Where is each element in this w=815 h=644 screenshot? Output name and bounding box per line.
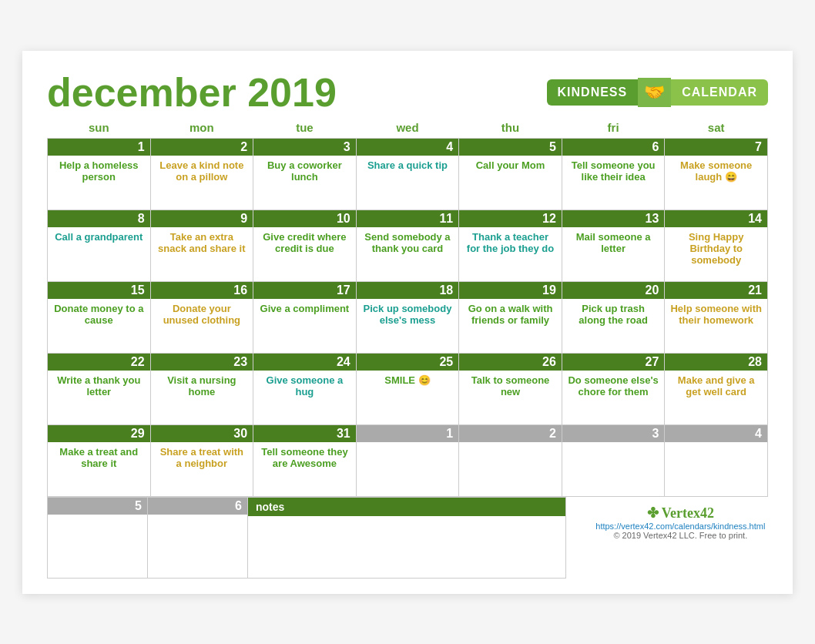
day-cell-0-1: 2Leave a kind note on a pillow bbox=[150, 138, 253, 210]
day-cell-2-6: 21Help someone with their homework bbox=[665, 281, 768, 353]
day-content-4-0: Make a treat and share it bbox=[48, 442, 150, 496]
day-cell-4-6: 4 bbox=[665, 424, 768, 496]
day-header-13: 13 bbox=[562, 210, 665, 227]
day-cell-2-0: 15Donate money to a cause bbox=[48, 281, 151, 353]
day-header-2: 2 bbox=[151, 139, 253, 156]
day-cell-1-3: 11Send somebody a thank you card bbox=[356, 210, 459, 281]
day-content-4-6 bbox=[665, 442, 767, 496]
vertex-area: ✤ Vertex42 https://vertex42.com/calendar… bbox=[581, 497, 768, 540]
day-header-12: 12 bbox=[459, 210, 562, 227]
day-cell-0-4: 5Call your Mom bbox=[459, 138, 562, 210]
day-header-31: 31 bbox=[253, 425, 356, 442]
day-cell-4-4: 2 bbox=[459, 424, 562, 496]
day-6-content bbox=[148, 515, 247, 569]
day-header-5: 5 bbox=[459, 139, 562, 156]
vertex-logo: ✤ Vertex42 bbox=[593, 505, 768, 522]
days-of-week-row: sun mon tue wed thu fri sat bbox=[48, 117, 768, 139]
day-content-0-3: Share a quick tip bbox=[357, 156, 459, 210]
day-content-2-3: Pick up somebody else's mess bbox=[357, 299, 459, 353]
month-title: december 2019 bbox=[47, 72, 337, 112]
day-cell-1-5: 13Mail someone a letter bbox=[562, 210, 665, 281]
day-cell-2-3: 18Pick up somebody else's mess bbox=[356, 281, 459, 353]
week-row-2: 8Call a grandparent9Take an extra snack … bbox=[48, 210, 768, 281]
day-content-4-5 bbox=[562, 442, 665, 496]
dow-tue: tue bbox=[253, 117, 357, 139]
day-header-21: 21 bbox=[665, 282, 767, 299]
day-cell-4-0: 29Make a treat and share it bbox=[48, 424, 151, 496]
day-content-0-2: Buy a coworker lunch bbox=[253, 156, 356, 210]
calendar-badge: CALENDAR bbox=[671, 79, 768, 106]
day-cell-3-3: 25SMILE 😊 bbox=[356, 353, 459, 424]
day-cell-1-6: 14Sing Happy Birthday to somebody bbox=[665, 210, 768, 281]
day-content-1-2: Give credit where credit is due bbox=[253, 227, 356, 281]
day-5-header: 5 bbox=[48, 498, 147, 515]
handshake-icon: 🤝 bbox=[638, 78, 671, 107]
day-content-3-3: SMILE 😊 bbox=[357, 371, 459, 424]
day-cell-4-5: 3 bbox=[562, 424, 665, 496]
day-content-1-0: Call a grandparent bbox=[48, 227, 150, 281]
day-content-2-6: Help someone with their homework bbox=[665, 299, 767, 353]
day-content-2-4: Go on a walk with friends or family bbox=[459, 299, 562, 353]
day-header-11: 11 bbox=[357, 210, 459, 227]
day-content-4-3 bbox=[357, 442, 459, 496]
day-content-1-5: Mail someone a letter bbox=[562, 227, 665, 281]
day-content-0-1: Leave a kind note on a pillow bbox=[151, 156, 253, 210]
day-cell-1-1: 9Take an extra snack and share it bbox=[150, 210, 253, 281]
day-cell-2-5: 20Pick up trash along the road bbox=[562, 281, 665, 353]
day-cell-0-0: 1Help a homeless person bbox=[48, 138, 151, 210]
dow-thu: thu bbox=[459, 117, 562, 139]
day-header-16: 16 bbox=[151, 282, 253, 299]
bottom-table: 5 6 notes bbox=[47, 497, 566, 579]
day-cell-1-2: 10Give credit where credit is due bbox=[253, 210, 357, 281]
day-cell-4-1: 30Share a treat with a neighbor bbox=[150, 424, 253, 496]
day-cell-3-1: 23Visit a nursing home bbox=[150, 353, 253, 424]
dow-wed: wed bbox=[356, 117, 459, 139]
day-header-3: 3 bbox=[562, 425, 665, 442]
day-content-3-1: Visit a nursing home bbox=[151, 371, 253, 424]
week-row-3: 15Donate money to a cause16Donate your u… bbox=[48, 281, 768, 353]
day-cell-2-1: 16Donate your unused clothing bbox=[150, 281, 253, 353]
day-content-0-0: Help a homeless person bbox=[48, 156, 150, 210]
day-header-28: 28 bbox=[665, 354, 767, 371]
day-header-20: 20 bbox=[562, 282, 665, 299]
day-content-3-2: Give someone a hug bbox=[253, 371, 356, 424]
day-header-19: 19 bbox=[459, 282, 562, 299]
day-cell-4-2: 31Tell someone they are Awesome bbox=[253, 424, 357, 496]
day-cell-3-2: 24Give someone a hug bbox=[253, 353, 357, 424]
notes-cell: notes bbox=[248, 497, 566, 578]
day-cell-3-0: 22Write a thank you letter bbox=[48, 353, 151, 424]
day-header-9: 9 bbox=[151, 210, 253, 227]
day-content-2-2: Give a compliment bbox=[253, 299, 356, 353]
day-header-7: 7 bbox=[665, 139, 767, 156]
day-header-10: 10 bbox=[253, 210, 356, 227]
dow-fri: fri bbox=[562, 117, 665, 139]
day-cell-3-5: 27Do someone else's chore for them bbox=[562, 353, 665, 424]
day-cell-0-2: 3Buy a coworker lunch bbox=[253, 138, 357, 210]
dow-mon: mon bbox=[150, 117, 253, 139]
day-header-30: 30 bbox=[151, 425, 253, 442]
notes-label: notes bbox=[248, 498, 565, 516]
calendar-table: sun mon tue wed thu fri sat 1Help a home… bbox=[47, 117, 768, 497]
day-cell-2-2: 17Give a compliment bbox=[253, 281, 357, 353]
day-header-6: 6 bbox=[562, 139, 665, 156]
day-header-14: 14 bbox=[665, 210, 767, 227]
day-content-0-6: Make someone laugh 😄 bbox=[665, 156, 767, 210]
day-cell-2-4: 19Go on a walk with friends or family bbox=[459, 281, 562, 353]
day-cell-0-5: 6Tell someone you like their idea bbox=[562, 138, 665, 210]
day-header-17: 17 bbox=[253, 282, 356, 299]
day-cell-3-6: 28Make and give a get well card bbox=[665, 353, 768, 424]
day-content-3-5: Do someone else's chore for them bbox=[562, 371, 665, 424]
day-content-2-5: Pick up trash along the road bbox=[562, 299, 665, 353]
day-header-2: 2 bbox=[459, 425, 562, 442]
day-cell-4-3: 1 bbox=[356, 424, 459, 496]
day-cell-0-6: 7Make someone laugh 😄 bbox=[665, 138, 768, 210]
day-header-15: 15 bbox=[48, 282, 150, 299]
day-content-4-2: Tell someone they are Awesome bbox=[253, 442, 356, 496]
day-header-8: 8 bbox=[48, 210, 150, 227]
vertex-url[interactable]: https://vertex42.com/calendars/kindness.… bbox=[593, 522, 768, 531]
week-row-5: 29Make a treat and share it30Share a tre… bbox=[48, 424, 768, 496]
day-header-1: 1 bbox=[357, 425, 459, 442]
day-content-3-6: Make and give a get well card bbox=[665, 371, 767, 424]
kindness-badge: KINDNESS bbox=[547, 79, 639, 106]
header: december 2019 KINDNESS 🤝 CALENDAR bbox=[47, 72, 768, 112]
